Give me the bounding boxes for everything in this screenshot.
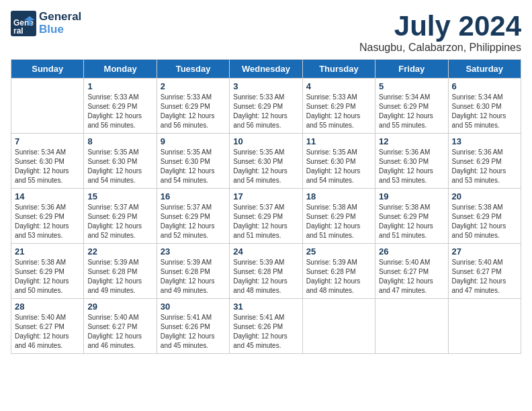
calendar-cell: 20Sunrise: 5:38 AM Sunset: 6:29 PM Dayli… bbox=[448, 189, 521, 244]
day-number: 16 bbox=[161, 191, 226, 201]
day-number: 17 bbox=[233, 191, 298, 201]
weekday-tuesday: Tuesday bbox=[157, 60, 229, 79]
day-info: Sunrise: 5:36 AM Sunset: 6:30 PM Dayligh… bbox=[379, 148, 444, 185]
day-number: 11 bbox=[306, 136, 371, 146]
day-info: Sunrise: 5:33 AM Sunset: 6:29 PM Dayligh… bbox=[233, 93, 298, 130]
calendar-cell: 28Sunrise: 5:40 AM Sunset: 6:27 PM Dayli… bbox=[11, 299, 84, 354]
day-info: Sunrise: 5:40 AM Sunset: 6:27 PM Dayligh… bbox=[452, 258, 517, 295]
day-number: 15 bbox=[87, 191, 152, 201]
calendar-cell: 14Sunrise: 5:36 AM Sunset: 6:29 PM Dayli… bbox=[11, 189, 84, 244]
day-number: 9 bbox=[161, 136, 226, 146]
week-row-3: 14Sunrise: 5:36 AM Sunset: 6:29 PM Dayli… bbox=[11, 189, 521, 244]
calendar-cell: 23Sunrise: 5:39 AM Sunset: 6:28 PM Dayli… bbox=[157, 244, 229, 299]
calendar-cell: 22Sunrise: 5:39 AM Sunset: 6:28 PM Dayli… bbox=[84, 244, 157, 299]
day-number: 7 bbox=[15, 136, 80, 146]
day-info: Sunrise: 5:35 AM Sunset: 6:30 PM Dayligh… bbox=[87, 148, 152, 185]
day-info: Sunrise: 5:40 AM Sunset: 6:27 PM Dayligh… bbox=[379, 258, 444, 295]
day-info: Sunrise: 5:37 AM Sunset: 6:29 PM Dayligh… bbox=[87, 203, 152, 240]
day-info: Sunrise: 5:40 AM Sunset: 6:27 PM Dayligh… bbox=[15, 313, 80, 351]
weekday-friday: Friday bbox=[375, 60, 448, 79]
day-number: 13 bbox=[452, 136, 517, 146]
day-info: Sunrise: 5:39 AM Sunset: 6:28 PM Dayligh… bbox=[306, 258, 371, 295]
calendar-cell: 21Sunrise: 5:38 AM Sunset: 6:29 PM Dayli… bbox=[11, 244, 84, 299]
calendar-cell: 15Sunrise: 5:37 AM Sunset: 6:29 PM Dayli… bbox=[84, 189, 157, 244]
calendar-cell: 12Sunrise: 5:36 AM Sunset: 6:30 PM Dayli… bbox=[375, 134, 448, 189]
calendar-cell: 27Sunrise: 5:40 AM Sunset: 6:27 PM Dayli… bbox=[448, 244, 521, 299]
calendar-cell: 25Sunrise: 5:39 AM Sunset: 6:28 PM Dayli… bbox=[302, 244, 375, 299]
calendar-cell: 29Sunrise: 5:40 AM Sunset: 6:27 PM Dayli… bbox=[84, 299, 157, 354]
day-number: 24 bbox=[233, 246, 298, 257]
day-info: Sunrise: 5:38 AM Sunset: 6:29 PM Dayligh… bbox=[15, 258, 80, 295]
header: Gene ral General Blue July 2024 Nasugbu,… bbox=[11, 11, 521, 54]
logo-general: General bbox=[39, 11, 81, 24]
day-number: 20 bbox=[452, 191, 517, 201]
calendar-cell: 3Sunrise: 5:33 AM Sunset: 6:29 PM Daylig… bbox=[230, 79, 302, 134]
week-row-5: 28Sunrise: 5:40 AM Sunset: 6:27 PM Dayli… bbox=[11, 299, 521, 354]
calendar-cell: 18Sunrise: 5:38 AM Sunset: 6:29 PM Dayli… bbox=[302, 189, 375, 244]
week-row-1: 1Sunrise: 5:33 AM Sunset: 6:29 PM Daylig… bbox=[11, 79, 521, 134]
weekday-thursday: Thursday bbox=[302, 60, 375, 79]
day-number: 21 bbox=[15, 246, 80, 257]
week-row-4: 21Sunrise: 5:38 AM Sunset: 6:29 PM Dayli… bbox=[11, 244, 521, 299]
day-info: Sunrise: 5:37 AM Sunset: 6:29 PM Dayligh… bbox=[233, 203, 298, 240]
day-number: 3 bbox=[233, 81, 298, 91]
day-number: 5 bbox=[379, 81, 444, 91]
weekday-sunday: Sunday bbox=[11, 60, 84, 79]
day-number: 31 bbox=[233, 302, 298, 312]
day-info: Sunrise: 5:37 AM Sunset: 6:29 PM Dayligh… bbox=[161, 203, 226, 240]
calendar-cell: 4Sunrise: 5:33 AM Sunset: 6:29 PM Daylig… bbox=[302, 79, 375, 134]
weekday-saturday: Saturday bbox=[448, 60, 521, 79]
calendar-cell bbox=[375, 299, 448, 354]
weekday-monday: Monday bbox=[84, 60, 157, 79]
day-number: 25 bbox=[306, 246, 371, 257]
day-info: Sunrise: 5:34 AM Sunset: 6:30 PM Dayligh… bbox=[15, 148, 80, 185]
day-number: 18 bbox=[306, 191, 371, 201]
day-info: Sunrise: 5:33 AM Sunset: 6:29 PM Dayligh… bbox=[161, 93, 226, 130]
day-number: 12 bbox=[379, 136, 444, 146]
svg-text:ral: ral bbox=[13, 26, 24, 36]
day-number: 26 bbox=[379, 246, 444, 257]
calendar-cell: 8Sunrise: 5:35 AM Sunset: 6:30 PM Daylig… bbox=[84, 134, 157, 189]
day-info: Sunrise: 5:38 AM Sunset: 6:29 PM Dayligh… bbox=[452, 203, 517, 240]
weekday-wednesday: Wednesday bbox=[230, 60, 302, 79]
calendar-cell: 16Sunrise: 5:37 AM Sunset: 6:29 PM Dayli… bbox=[157, 189, 229, 244]
day-info: Sunrise: 5:41 AM Sunset: 6:26 PM Dayligh… bbox=[161, 313, 226, 351]
day-info: Sunrise: 5:35 AM Sunset: 6:30 PM Dayligh… bbox=[161, 148, 226, 185]
day-info: Sunrise: 5:35 AM Sunset: 6:30 PM Dayligh… bbox=[233, 148, 298, 185]
weekday-header-row: SundayMondayTuesdayWednesdayThursdayFrid… bbox=[11, 60, 521, 79]
calendar-cell bbox=[11, 79, 84, 134]
day-number: 22 bbox=[87, 246, 152, 257]
calendar-cell: 6Sunrise: 5:34 AM Sunset: 6:30 PM Daylig… bbox=[448, 79, 521, 134]
day-number: 1 bbox=[87, 81, 152, 91]
calendar-cell: 19Sunrise: 5:38 AM Sunset: 6:29 PM Dayli… bbox=[375, 189, 448, 244]
day-number: 14 bbox=[15, 191, 80, 201]
calendar: SundayMondayTuesdayWednesdayThursdayFrid… bbox=[11, 59, 521, 354]
calendar-cell: 24Sunrise: 5:39 AM Sunset: 6:28 PM Dayli… bbox=[230, 244, 302, 299]
calendar-cell bbox=[302, 299, 375, 354]
day-number: 4 bbox=[306, 81, 371, 91]
day-info: Sunrise: 5:39 AM Sunset: 6:28 PM Dayligh… bbox=[233, 258, 298, 295]
day-info: Sunrise: 5:41 AM Sunset: 6:26 PM Dayligh… bbox=[233, 313, 298, 351]
day-info: Sunrise: 5:35 AM Sunset: 6:30 PM Dayligh… bbox=[306, 148, 371, 185]
title-area: July 2024 Nasugbu, Calabarzon, Philippin… bbox=[359, 11, 521, 54]
day-number: 6 bbox=[452, 81, 517, 91]
calendar-cell: 31Sunrise: 5:41 AM Sunset: 6:26 PM Dayli… bbox=[230, 299, 302, 354]
day-info: Sunrise: 5:33 AM Sunset: 6:29 PM Dayligh… bbox=[87, 93, 152, 130]
day-number: 2 bbox=[161, 81, 226, 91]
calendar-cell: 13Sunrise: 5:36 AM Sunset: 6:29 PM Dayli… bbox=[448, 134, 521, 189]
day-info: Sunrise: 5:34 AM Sunset: 6:29 PM Dayligh… bbox=[379, 93, 444, 130]
calendar-cell: 1Sunrise: 5:33 AM Sunset: 6:29 PM Daylig… bbox=[84, 79, 157, 134]
calendar-cell: 11Sunrise: 5:35 AM Sunset: 6:30 PM Dayli… bbox=[302, 134, 375, 189]
day-number: 19 bbox=[379, 191, 444, 201]
calendar-cell bbox=[448, 299, 521, 354]
day-info: Sunrise: 5:36 AM Sunset: 6:29 PM Dayligh… bbox=[452, 148, 517, 185]
calendar-cell: 2Sunrise: 5:33 AM Sunset: 6:29 PM Daylig… bbox=[157, 79, 229, 134]
calendar-cell: 7Sunrise: 5:34 AM Sunset: 6:30 PM Daylig… bbox=[11, 134, 84, 189]
day-number: 30 bbox=[161, 302, 226, 312]
logo-blue: Blue bbox=[39, 24, 81, 36]
logo: Gene ral General Blue bbox=[11, 11, 81, 36]
calendar-cell: 26Sunrise: 5:40 AM Sunset: 6:27 PM Dayli… bbox=[375, 244, 448, 299]
calendar-cell: 10Sunrise: 5:35 AM Sunset: 6:30 PM Dayli… bbox=[230, 134, 302, 189]
calendar-cell: 30Sunrise: 5:41 AM Sunset: 6:26 PM Dayli… bbox=[157, 299, 229, 354]
day-number: 28 bbox=[15, 302, 80, 312]
